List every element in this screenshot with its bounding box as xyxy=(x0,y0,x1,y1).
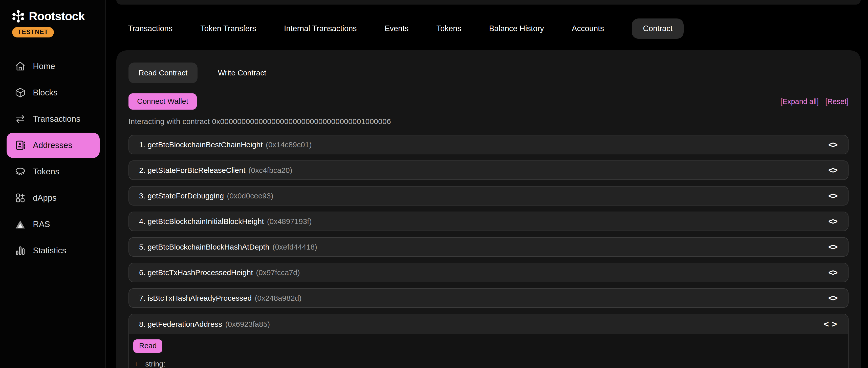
function-name: 2. getStateForBtcReleaseClient xyxy=(139,166,245,175)
brand-logo[interactable]: Rootstock xyxy=(12,9,105,23)
sidebar-item-label: Transactions xyxy=(33,114,81,124)
sidebar-item-label: RAS xyxy=(33,220,50,229)
code-icon[interactable]: <> xyxy=(828,293,837,303)
code-icon[interactable]: <> xyxy=(828,242,837,252)
function-row-2[interactable]: 2. getStateForBtcReleaseClient (0xc4fbca… xyxy=(128,161,848,180)
function-list: 1. getBtcBlockchainBestChainHeight (0x14… xyxy=(128,135,848,368)
sidebar-item-label: Statistics xyxy=(33,246,66,255)
function-name: 6. getBtcTxHashProcessedHeight xyxy=(139,268,253,277)
output-line: ∟ string: xyxy=(133,360,838,368)
function-selector: (0x6923fa85) xyxy=(225,320,270,329)
function-selector: (0x248a982d) xyxy=(255,294,302,303)
read-button[interactable]: Read xyxy=(133,339,162,353)
tab-internal-transactions[interactable]: Internal Transactions xyxy=(284,24,357,33)
function-row-3[interactable]: 3. getStateForDebugging (0x0d0cee93) <> xyxy=(128,186,848,205)
function-name: 7. isBtcTxHashAlreadyProcessed xyxy=(139,294,252,303)
function-name: 8. getFederationAddress xyxy=(139,320,222,329)
sidebar-item-addresses[interactable]: Addresses xyxy=(0,132,106,159)
function-row-5[interactable]: 5. getBtcBlockchainBlockHashAtDepth (0xe… xyxy=(128,237,848,257)
code-icon[interactable]: <> xyxy=(828,217,837,226)
code-icon[interactable]: <> xyxy=(828,267,837,277)
function-selector: (0x97fcca7d) xyxy=(256,268,300,277)
sidebar-item-transactions[interactable]: Transactions xyxy=(0,106,106,132)
tab-token-transfers[interactable]: Token Transfers xyxy=(200,24,256,33)
expand-all-link[interactable]: [Expand all] xyxy=(780,97,819,106)
sidebar-item-label: Tokens xyxy=(33,167,59,176)
previous-card-edge xyxy=(116,0,861,5)
reset-link[interactable]: [Reset] xyxy=(825,97,848,106)
home-icon xyxy=(15,61,26,72)
bar-chart-icon xyxy=(15,245,26,256)
output-corner-glyph: ∟ xyxy=(135,360,141,368)
sidebar-item-label: Addresses xyxy=(33,140,72,150)
cube-icon xyxy=(15,87,26,98)
tab-events[interactable]: Events xyxy=(385,24,409,33)
function-row-7[interactable]: 7. isBtcTxHashAlreadyProcessed (0x248a98… xyxy=(128,288,848,308)
function-row-8-expanded: 8. getFederationAddress (0x6923fa85) <> … xyxy=(128,314,848,368)
function-row-8[interactable]: 8. getFederationAddress (0x6923fa85) <> xyxy=(129,314,848,334)
function-row-4[interactable]: 4. getBtcBlockchainInitialBlockHeight (0… xyxy=(128,211,848,231)
function-selector: (0x14c89c01) xyxy=(266,140,312,149)
code-icon[interactable]: <> xyxy=(828,165,837,175)
tab-accounts[interactable]: Accounts xyxy=(572,24,604,33)
function-body: Read ∟ string: xyxy=(129,334,848,368)
testnet-badge: TESTNET xyxy=(12,27,54,37)
sidebar-menu: Home Blocks Transactions Addresses xyxy=(0,53,106,264)
contact-card-icon xyxy=(15,140,26,151)
tab-contract[interactable]: Contract xyxy=(632,19,684,39)
function-row-6[interactable]: 6. getBtcTxHashProcessedHeight (0x97fcca… xyxy=(128,263,848,282)
code-icon-expanded[interactable]: <> xyxy=(824,319,840,329)
function-selector: (0xc4fbca20) xyxy=(248,166,292,175)
sidebar-item-home[interactable]: Home xyxy=(0,53,106,80)
function-selector: (0x0d0cee93) xyxy=(227,192,273,200)
read-contract-tab[interactable]: Read Contract xyxy=(128,62,197,83)
sidebar-item-blocks[interactable]: Blocks xyxy=(0,80,106,106)
output-type-label: string: xyxy=(145,360,165,368)
swap-arrows-icon xyxy=(15,113,26,124)
brand-name: Rootstock xyxy=(29,9,85,23)
tab-balance-history[interactable]: Balance History xyxy=(489,24,544,33)
tab-tokens[interactable]: Tokens xyxy=(436,24,461,33)
apps-grid-plus-icon xyxy=(15,192,26,203)
function-row-1[interactable]: 1. getBtcBlockchainBestChainHeight (0x14… xyxy=(128,135,848,154)
sidebar-item-statistics[interactable]: Statistics xyxy=(0,237,106,264)
sidebar-item-tokens[interactable]: Tokens xyxy=(0,159,106,185)
list-controls: [Expand all] [Reset] xyxy=(780,97,848,106)
function-name: 3. getStateForDebugging xyxy=(139,192,224,200)
sidebar-item-label: Blocks xyxy=(33,88,57,97)
contract-subtabs: Read Contract Write Contract xyxy=(128,62,848,83)
sidebar-item-label: dApps xyxy=(33,193,57,203)
triangle-icon xyxy=(15,219,26,230)
interacting-with-contract-text: Interacting with contract 0x000000000000… xyxy=(128,117,848,126)
code-icon[interactable]: <> xyxy=(828,140,837,149)
function-name: 4. getBtcBlockchainInitialBlockHeight xyxy=(139,217,264,226)
rootstock-logo-icon xyxy=(12,10,25,23)
sidebar: Rootstock TESTNET Home Blocks Transactio… xyxy=(0,0,106,368)
coin-icon xyxy=(15,166,26,177)
sidebar-item-label: Home xyxy=(33,61,55,71)
function-selector: (0x4897193f) xyxy=(267,217,312,226)
wallet-row: Connect Wallet [Expand all] [Reset] xyxy=(128,93,848,110)
write-contract-tab[interactable]: Write Contract xyxy=(208,62,276,83)
function-selector: (0xefd44418) xyxy=(272,243,317,251)
sidebar-item-dapps[interactable]: dApps xyxy=(0,185,106,211)
code-icon[interactable]: <> xyxy=(828,191,837,201)
tab-transactions[interactable]: Transactions xyxy=(128,24,173,33)
function-name: 1. getBtcBlockchainBestChainHeight xyxy=(139,140,263,149)
function-name: 5. getBtcBlockchainBlockHashAtDepth xyxy=(139,243,269,251)
connect-wallet-button[interactable]: Connect Wallet xyxy=(128,93,197,110)
sidebar-item-ras[interactable]: RAS xyxy=(0,211,106,237)
contract-panel: Read Contract Write Contract Connect Wal… xyxy=(116,50,861,368)
address-tabs: Transactions Token Transfers Internal Tr… xyxy=(128,18,684,39)
